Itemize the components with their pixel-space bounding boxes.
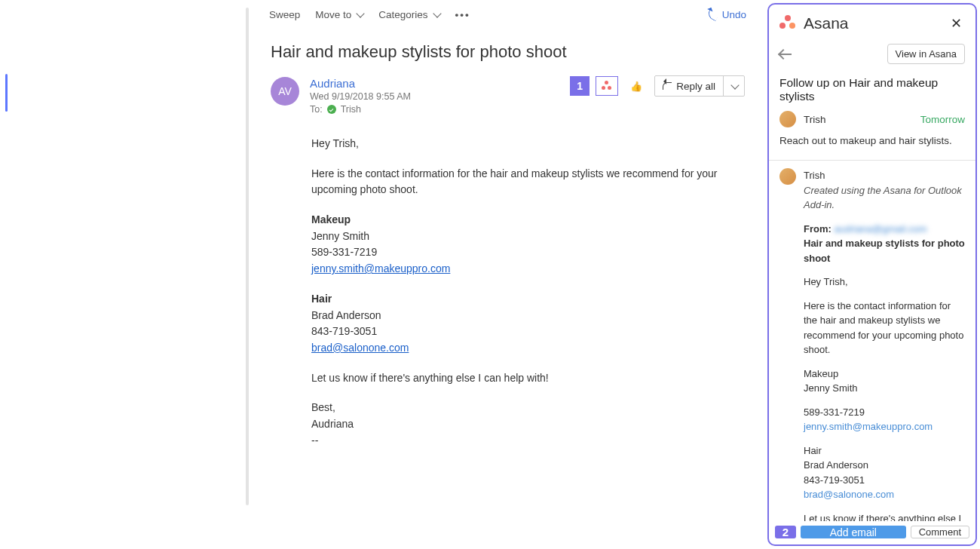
task-description: Reach out to makeup and hair stylists. [779, 135, 965, 146]
quoted-makeup-contact: 589-331-7219 jenny.smith@makeuppro.com [804, 405, 965, 434]
makeup-contact-email[interactable]: jenny.smith@makeuppro.com [311, 262, 450, 274]
email-signature: Best, Audriana -- [311, 400, 719, 449]
move-to-label: Move to [315, 9, 351, 20]
assignee-avatar[interactable] [779, 111, 796, 127]
email-timestamp: Wed 9/19/2018 9:55 AM [310, 91, 411, 102]
quoted-intro: Here is the contact information for the … [804, 299, 965, 357]
undo-label: Undo [722, 9, 746, 20]
from-label: From: [804, 223, 831, 235]
quoted-makeup-heading: Makeup [804, 368, 838, 379]
quoted-makeup-phone: 589-331-7219 [804, 406, 865, 418]
move-to-button[interactable]: Move to [308, 0, 371, 29]
asana-addin-button[interactable] [596, 76, 618, 96]
chevron-down-icon [433, 9, 441, 17]
comment-origin-note: Created using the Asana for Outlook Add-… [804, 183, 965, 213]
more-actions-button[interactable]: ••• [448, 0, 478, 29]
task-meta-row: Trish Tomorrow [779, 111, 965, 127]
view-in-asana-button[interactable]: View in Asana [887, 44, 965, 64]
email-greeting: Hey Trish, [311, 136, 719, 152]
task-title[interactable]: Follow up on Hair and makeup stylists [779, 76, 965, 103]
makeup-contact-name: Jenny Smith [311, 230, 369, 242]
selected-message-indicator [5, 74, 8, 112]
quoted-subject: Hair and makeup stylists for photo shoot [804, 236, 965, 265]
to-label: To: [310, 104, 323, 115]
sweep-button[interactable]: Sweep [262, 0, 308, 29]
hair-heading: Hair [311, 293, 332, 305]
makeup-section: Makeup Jenny Smith 589-331-7219 jenny.sm… [311, 212, 719, 278]
reply-dropdown-button[interactable] [723, 76, 744, 96]
quoted-greeting: Hey Trish, [804, 274, 965, 290]
asana-panel-nav: View in Asana [769, 39, 975, 73]
comment-author-name: Trish [804, 168, 965, 183]
asana-brand-title: Asana [804, 14, 849, 32]
email-intro: Here is the contact information for the … [311, 166, 719, 198]
reply-all-split-button: Reply all [654, 75, 745, 97]
add-email-button[interactable]: Add email [801, 526, 906, 538]
signoff-line-3: -- [311, 434, 318, 446]
quoted-makeup-section: Makeup Jenny Smith [804, 367, 965, 396]
hair-contact-email[interactable]: brad@salonone.com [311, 342, 409, 354]
reply-all-button[interactable]: Reply all [655, 81, 723, 92]
comment-author-avatar[interactable] [779, 168, 796, 185]
tutorial-step-2-badge: 2 [775, 526, 796, 538]
due-date[interactable]: Tomorrow [920, 114, 965, 125]
email-closing: Let us know if there's anything else I c… [311, 370, 719, 387]
categories-label: Categories [378, 9, 427, 20]
quoted-closing: Let us know if there's anything else I c… [804, 511, 965, 522]
ellipsis-icon: ••• [455, 9, 470, 20]
makeup-heading: Makeup [311, 213, 351, 225]
asana-panel-header: Asana ✕ [769, 5, 975, 39]
reply-icon [663, 82, 672, 90]
quoted-makeup-name: Jenny Smith [804, 382, 858, 394]
like-button[interactable]: 👍 [624, 76, 648, 96]
back-button[interactable] [779, 54, 792, 55]
quoted-hair-email[interactable]: brad@salonone.com [804, 489, 894, 500]
hair-contact-phone: 843-719-3051 [311, 325, 377, 337]
chevron-down-icon [357, 9, 365, 17]
email-subject-row: Hair and makeup stylists for photo shoot [251, 29, 764, 68]
email-actions: 1 👍 Reply all [570, 75, 745, 97]
hair-section: Hair Brad Anderson 843-719-3051 brad@sal… [311, 291, 719, 357]
categories-button[interactable]: Categories [371, 0, 447, 29]
asana-panel: Asana ✕ View in Asana Follow up on Hair … [767, 3, 977, 546]
quoted-from-line: From: audriana@gmail.com [804, 222, 965, 237]
recipient-name[interactable]: Trish [341, 104, 361, 115]
chevron-down-icon [730, 81, 739, 89]
verified-icon [327, 105, 336, 114]
email-reading-pane: Sweep Move to Categories ••• Undo Hair a… [251, 0, 764, 549]
close-panel-button[interactable]: ✕ [948, 14, 965, 33]
email-header: AV Audriana Wed 9/19/2018 9:55 AM To: Tr… [251, 68, 764, 118]
signoff-line-2: Audriana [311, 418, 354, 430]
quoted-hair-section: Hair Brad Anderson 843-719-3051 brad@sal… [804, 443, 965, 502]
comment-content: Trish Created using the Asana for Outloo… [804, 168, 965, 521]
quoted-from-email[interactable]: audriana@gmail.com [834, 223, 926, 235]
email-body: Hey Trish, Here is the contact informati… [251, 118, 764, 464]
email-subject: Hair and makeup stylists for photo shoot [271, 42, 745, 62]
message-list-pane [0, 0, 251, 549]
email-toolbar: Sweep Move to Categories ••• Undo [251, 0, 764, 29]
asana-panel-footer: 2 Add email Comment [769, 521, 975, 544]
sender-avatar[interactable]: AV [271, 77, 299, 106]
reply-all-label: Reply all [676, 81, 715, 92]
quoted-hair-name: Brad Anderson [804, 459, 868, 471]
quoted-hair-heading: Hair [804, 445, 822, 456]
sender-name[interactable]: Audriana [310, 77, 411, 90]
makeup-contact-phone: 589-331-7219 [311, 246, 377, 258]
comment-item: Trish Created using the Asana for Outloo… [779, 168, 965, 521]
thumbs-up-icon: 👍 [630, 81, 642, 92]
assignee-name[interactable]: Trish [804, 114, 826, 125]
tutorial-step-1-badge: 1 [570, 76, 590, 96]
signoff-line-1: Best, [311, 401, 335, 413]
hair-contact-name: Brad Anderson [311, 309, 381, 321]
quoted-hair-phone: 843-719-3051 [804, 474, 865, 486]
quoted-makeup-email[interactable]: jenny.smith@makeuppro.com [804, 421, 933, 432]
comment-button[interactable]: Comment [911, 526, 969, 538]
asana-icon [602, 81, 612, 91]
asana-task-summary: Follow up on Hair and makeup stylists Tr… [769, 73, 975, 154]
email-to-line: To: Trish [310, 104, 411, 115]
splitter-handle[interactable] [246, 8, 249, 505]
asana-logo-icon [779, 15, 796, 32]
undo-icon [706, 8, 720, 22]
undo-button[interactable]: Undo [700, 0, 754, 29]
asana-comment-thread: Trish Created using the Asana for Outloo… [769, 161, 975, 521]
